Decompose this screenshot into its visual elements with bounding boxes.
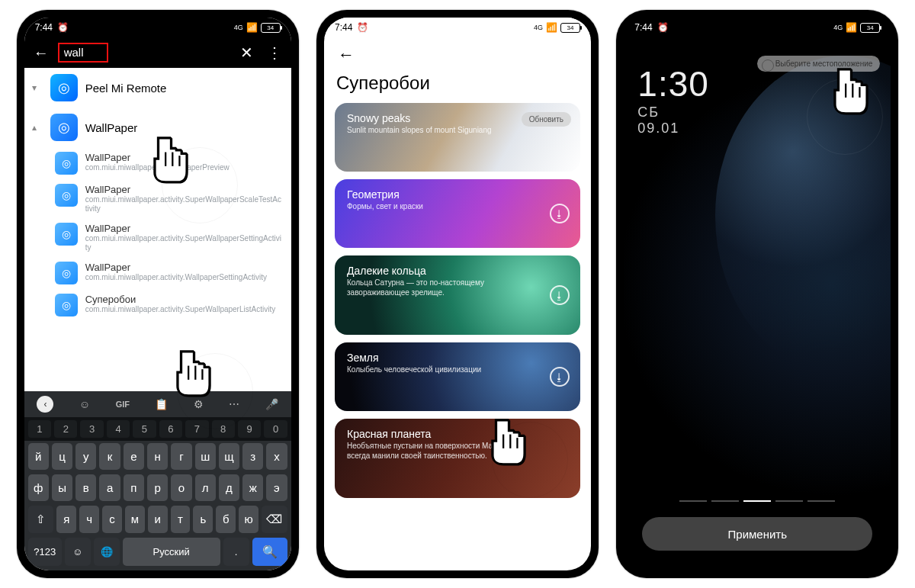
kb-key[interactable]: й: [28, 443, 49, 470]
back-button[interactable]: ←: [335, 42, 358, 68]
kb-key[interactable]: ч: [79, 506, 99, 533]
kb-key[interactable]: к: [99, 443, 120, 470]
phone-2: 7:44⏰ 4G📶34 ← Суперобои Snowy peaks Sunl…: [316, 10, 599, 578]
kb-key[interactable]: ш: [195, 443, 216, 470]
kb-key[interactable]: о: [171, 474, 191, 501]
wallpaper-card[interactable]: Snowy peaks Sunlit mountain slopes of mo…: [335, 103, 580, 172]
status-bar: 7:44⏰ 4G📶34: [624, 18, 891, 37]
kb-num-key[interactable]: 4: [107, 420, 130, 438]
activity-row[interactable]: ◎ WallPaper com.miui.miwallpaper.activit…: [24, 257, 291, 289]
activity-row[interactable]: ◎ Суперобои com.miui.miwallpaper.activit…: [24, 289, 291, 321]
kb-key[interactable]: е: [124, 443, 144, 470]
wallpaper-card[interactable]: Геометрия Формы, свет и краски ⭳: [335, 179, 580, 248]
signal-icon: 4G: [234, 24, 243, 31]
kb-spacebar[interactable]: Русский: [123, 538, 220, 566]
clipboard-icon[interactable]: 📋: [155, 398, 168, 410]
kb-num-key[interactable]: 3: [80, 420, 103, 438]
card-subtitle: Формы, свет и краски: [347, 202, 515, 212]
download-icon[interactable]: ⭳: [550, 285, 570, 305]
battery-icon: 34: [261, 23, 281, 33]
kb-key[interactable]: з: [242, 443, 263, 470]
apply-button[interactable]: Применить: [642, 517, 872, 551]
clock-day: СБ: [637, 104, 709, 120]
kb-backspace[interactable]: ⌫: [262, 506, 287, 533]
kb-key[interactable]: ы: [52, 474, 72, 501]
card-title: Земля: [347, 352, 568, 364]
kb-key[interactable]: х: [266, 443, 287, 470]
result-app-peel[interactable]: ▾ ◎ Peel Mi Remote: [24, 68, 291, 108]
signal-bars-icon: 📶: [546, 22, 557, 33]
kb-num-key[interactable]: 2: [54, 420, 77, 438]
location-pill[interactable]: Выберите местоположение: [757, 56, 881, 72]
kb-shift[interactable]: ⇧: [28, 506, 54, 533]
kb-key[interactable]: а: [99, 474, 120, 501]
card-subtitle: Кольца Сатурна — это по-настоящему завор…: [347, 278, 515, 297]
chevron-up-icon: ▴: [32, 122, 43, 133]
kb-key[interactable]: р: [147, 474, 168, 501]
kb-collapse-icon[interactable]: ‹: [37, 396, 53, 413]
clear-search-button[interactable]: ✕: [236, 43, 258, 62]
signal-bars-icon: 📶: [246, 22, 258, 33]
download-icon[interactable]: ⭳: [550, 204, 570, 223]
update-pill[interactable]: Обновить: [522, 112, 571, 127]
watermark: [492, 422, 568, 498]
progress-dots: [624, 500, 891, 502]
wallpaper-card[interactable]: Далекие кольца Кольца Сатурна — это по-н…: [335, 255, 580, 335]
clock-date: 09.01: [637, 120, 709, 137]
kb-key[interactable]: у: [75, 443, 96, 470]
kb-key[interactable]: л: [195, 474, 216, 501]
activity-package: com.miui.miwallpaper.activity.SuperWallp…: [85, 234, 284, 252]
peel-app-icon: ◎: [50, 74, 78, 101]
activity-icon: ◎: [55, 223, 78, 246]
kb-key[interactable]: ь: [193, 506, 213, 533]
kb-num-key[interactable]: 6: [159, 420, 182, 438]
alarm-icon: ⏰: [657, 22, 669, 33]
kb-search-button[interactable]: 🔍: [252, 538, 287, 566]
kb-key[interactable]: ю: [239, 506, 258, 533]
results-list: ▾ ◎ Peel Mi Remote ▴ ◎ WallPaper ◎ WallP…: [24, 68, 291, 403]
kb-key[interactable]: м: [125, 506, 145, 533]
activity-package: com.miui.miwallpaper.activity.WallpaperS…: [85, 273, 267, 282]
activity-title: Суперобои: [85, 294, 276, 305]
kb-period[interactable]: .: [223, 538, 249, 566]
kb-key[interactable]: в: [75, 474, 96, 501]
kb-key[interactable]: г: [171, 443, 191, 470]
kb-num-key[interactable]: 9: [238, 420, 261, 438]
emoji-icon[interactable]: ☺: [65, 538, 91, 566]
search-input[interactable]: [64, 46, 102, 59]
battery-icon: 34: [860, 23, 880, 33]
kb-key[interactable]: э: [266, 474, 287, 501]
overflow-menu-button[interactable]: ⋮: [264, 43, 285, 62]
kb-lang-icon[interactable]: 🌐: [94, 538, 120, 566]
mic-icon[interactable]: 🎤: [265, 398, 278, 410]
kb-key[interactable]: п: [124, 474, 144, 501]
watermark: [162, 147, 238, 223]
activity-row[interactable]: ◎ WallPaper com.miui.miwallpaper.activit…: [24, 218, 291, 257]
kb-key[interactable]: я: [56, 506, 76, 533]
kb-key[interactable]: б: [216, 506, 236, 533]
kb-key[interactable]: ж: [242, 474, 263, 501]
kb-key[interactable]: ц: [52, 443, 72, 470]
gif-button[interactable]: GIF: [116, 400, 130, 409]
kb-key[interactable]: н: [147, 443, 168, 470]
kb-key[interactable]: с: [102, 506, 122, 533]
sticker-icon[interactable]: ☺: [79, 398, 90, 410]
activity-row[interactable]: ◎ WallPaper com.miui.miwallpaper.MiWallp…: [24, 147, 291, 179]
kb-num-key[interactable]: 0: [264, 420, 287, 438]
kb-num-key[interactable]: 1: [28, 420, 51, 438]
kb-key[interactable]: и: [148, 506, 168, 533]
phone-3: 7:44⏰ 4G📶34 1:30 СБ 09.01 Выберите место…: [616, 10, 898, 578]
result-app-wallpaper[interactable]: ▴ ◎ WallPaper: [24, 108, 291, 147]
kb-num-key[interactable]: 5: [133, 420, 156, 438]
card-subtitle: Необъятные пустыни на поверхности Марса …: [347, 442, 515, 461]
kb-key[interactable]: щ: [219, 443, 239, 470]
kb-symbols[interactable]: ?123: [28, 538, 62, 566]
kb-key[interactable]: ф: [28, 474, 49, 501]
status-bar: 7:44⏰ 4G📶34: [324, 18, 591, 37]
activity-row[interactable]: ◎ WallPaper com.miui.miwallpaper.activit…: [24, 179, 291, 218]
back-button[interactable]: ←: [30, 44, 52, 62]
download-icon[interactable]: ⭳: [550, 367, 570, 387]
wallpaper-card[interactable]: Земля Колыбель человеческой цивилизации …: [335, 342, 580, 411]
kb-key[interactable]: т: [171, 506, 191, 533]
kb-key[interactable]: д: [219, 474, 239, 501]
